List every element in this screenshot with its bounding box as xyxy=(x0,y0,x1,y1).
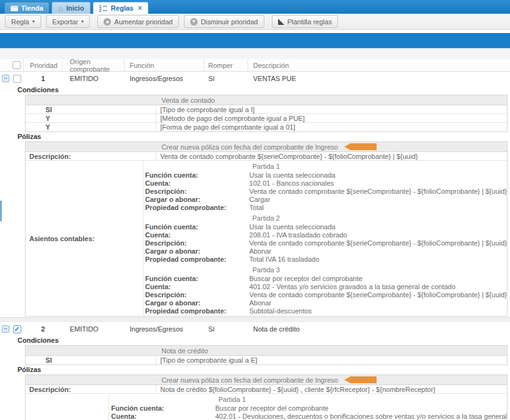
condition-expression: [Forma de pago del comprobante igual a 0… xyxy=(156,123,295,131)
rules-toolbar: Regla ▾ Exportar ▾ ▲ Aumentar prioridad … xyxy=(0,14,510,30)
partida-field-value: 102.01 - Bancos nacionales xyxy=(249,179,334,187)
poliza-description-label: Descripción: xyxy=(26,152,156,160)
partida-row: Función cuenta: Buscar por receptor del … xyxy=(143,274,507,282)
asientos-row: Asientos contables: Partida 1 Función cu… xyxy=(26,161,507,316)
partida-row: Función cuenta: Usar la cuenta seleccion… xyxy=(143,222,507,231)
disminuir-prioridad-label: Disminuir prioridad xyxy=(201,18,258,26)
template-triangle-icon xyxy=(278,19,284,25)
plantilla-reglas-button[interactable]: Plantilla reglas xyxy=(272,15,339,28)
partida-field-label: Descripción: xyxy=(143,239,249,247)
conditions-section-label: Condiciones xyxy=(17,86,510,94)
polizas-section-label: Pólizas xyxy=(17,366,510,374)
partidas-cell: Partida 1 Función cuenta: Usar la cuenta… xyxy=(143,161,507,316)
chevron-down-icon: ▾ xyxy=(81,19,84,24)
home-icon: ⌂ xyxy=(58,4,63,12)
poliza-description-value: Venta de contado comprobante ${serieComp… xyxy=(156,152,507,160)
partida-row: Descripción: Venta de contado comprobant… xyxy=(143,187,507,195)
collapse-icon[interactable]: − xyxy=(2,75,9,82)
rules-window: Tienda ⌂ Inicio Reglas × Regla ▾ Exporta… xyxy=(0,0,510,420)
orange-arrow-redaction xyxy=(344,376,377,383)
description-cell: Nota de crédito xyxy=(248,322,510,336)
tab-reglas-label: Reglas xyxy=(111,4,133,12)
column-header-prioridad[interactable]: Prioridad xyxy=(24,59,62,71)
asientos-row: Partida 1 Función cuenta: Buscar por rec… xyxy=(26,394,507,420)
row-checkbox[interactable] xyxy=(13,75,21,83)
collapsed-panel-edge[interactable] xyxy=(0,201,2,221)
partida-field-label: Descripción: xyxy=(143,188,249,195)
partida-row: Cargar o abonar: Abonar xyxy=(143,247,507,255)
exportar-menu-label: Exportar xyxy=(52,18,79,26)
partida-field-value: 208.01 - IVA trasladado cobrado xyxy=(249,231,347,239)
partidas-cell: Partida 1 Función cuenta: Buscar por rec… xyxy=(109,394,507,420)
column-header-romper[interactable]: Romper xyxy=(204,59,248,71)
condition-operator: Y xyxy=(26,123,156,131)
partida-field-label: Cuenta: xyxy=(143,179,249,187)
partida-field-label: Propiedad comprobante: xyxy=(143,255,249,263)
poliza-title-text: Crear nueva póliza con fecha del comprob… xyxy=(161,143,338,151)
numbered-list-icon xyxy=(99,4,108,12)
condition-operator: SI xyxy=(26,356,156,365)
description-cell: VENTAS PUE xyxy=(248,72,510,85)
partida-field-label: Propiedad comprobante: xyxy=(143,204,249,211)
tab-tienda[interactable]: Tienda xyxy=(4,2,49,14)
partida-row: Cuenta: 102.01 - Bancos nacionales xyxy=(143,179,507,187)
regla-menu-button[interactable]: Regla ▾ xyxy=(5,15,41,28)
partida-field-label: Función cuenta: xyxy=(143,275,249,282)
store-icon xyxy=(11,6,18,11)
conditions-title-text: Venta de contado xyxy=(161,97,215,104)
condition-row: Y [Forma de pago del comprobante igual a… xyxy=(26,123,507,131)
partida-field-label: Descripción: xyxy=(143,291,249,298)
conditions-table: Venta de contado SI [Tipo de comprobante… xyxy=(25,95,508,132)
poliza-description-row: Descripción: Venta de contado comprobant… xyxy=(26,152,507,161)
close-icon[interactable]: × xyxy=(138,4,142,12)
partida-row: Descripción: Venta de contado comprobant… xyxy=(143,239,507,247)
column-header-descripcion[interactable]: Descripción xyxy=(248,59,510,71)
select-all-column-header xyxy=(10,59,24,71)
partida-field-value: Buscar por receptor del comprobante xyxy=(215,404,329,412)
arrow-up-circle-icon: ▲ xyxy=(103,18,111,26)
partida-field-value: Venta de contado comprobante ${serieComp… xyxy=(249,239,507,247)
condition-expression: [Tipo de comprobante igual a I] xyxy=(156,106,254,113)
priority-cell: 2 xyxy=(24,322,62,336)
poliza-table: Crear nueva póliza con fecha del comprob… xyxy=(25,141,508,317)
expand-column-header xyxy=(0,59,10,71)
expand-cell: − xyxy=(0,322,10,336)
condition-operator: SI xyxy=(26,105,156,113)
partida-row: Propiedad comprobante: Total IVA 16 tras… xyxy=(143,255,507,263)
partida-field-label: Función cuenta: xyxy=(143,223,249,231)
origin-cell: EMITIDO xyxy=(62,72,125,85)
select-all-checkbox[interactable] xyxy=(12,61,21,69)
rule-row-2[interactable]: − ✓ 2 EMITIDO Ingresos/Egresos Sí Nota d… xyxy=(0,322,510,336)
partida-field-label: Función cuenta: xyxy=(109,404,215,412)
partida-field-label: Cargar o abonar: xyxy=(143,247,249,255)
orange-arrow-redaction xyxy=(344,143,377,150)
partida-field-label: Cargar o abonar: xyxy=(143,299,249,307)
poliza-description-value: Nota de crédito ${folioComprobante} - ${… xyxy=(156,385,507,393)
column-header-funcion[interactable]: Función xyxy=(125,59,204,71)
aumentar-prioridad-button[interactable]: ▲ Aumentar prioridad xyxy=(97,15,179,28)
rule-row-1[interactable]: − 1 EMITIDO Ingresos/Egresos Sí VENTAS P… xyxy=(0,72,510,85)
disminuir-prioridad-button[interactable]: ▼ Disminuir prioridad xyxy=(184,15,264,28)
collapse-icon[interactable]: − xyxy=(2,325,9,333)
function-cell: Ingresos/Egresos xyxy=(125,72,204,85)
partida-field-value: Abonar xyxy=(249,247,271,255)
expand-cell: − xyxy=(0,72,10,85)
partida-field-label: Cuenta: xyxy=(143,283,249,290)
condition-expression: [Método de pago del comprobante igual a … xyxy=(156,115,305,122)
exportar-menu-button[interactable]: Exportar ▾ xyxy=(46,15,90,28)
tab-inicio[interactable]: ⌂ Inicio xyxy=(52,2,90,14)
row-checkbox-checked[interactable]: ✓ xyxy=(13,325,21,333)
tab-bar: Tienda ⌂ Inicio Reglas × xyxy=(0,0,510,14)
blue-header-band xyxy=(0,33,510,49)
tab-reglas[interactable]: Reglas × xyxy=(93,2,148,14)
conditions-title-text: Nota de crédito xyxy=(161,347,208,355)
condition-operator: Y xyxy=(26,114,156,122)
column-header-origen-comprobante[interactable]: Origen comprobante xyxy=(62,59,125,71)
partida-field-value: Usar la cuenta seleccionada xyxy=(249,223,335,231)
partida-row: Cargar o abonar: Cargar xyxy=(143,195,507,203)
partida-field-value: 402.01 - Devoluciones, descuentos o boni… xyxy=(215,413,507,420)
partida-name: Partida 1 xyxy=(143,162,507,171)
condition-row: SI [Tipo de comprobante igual a I] xyxy=(26,105,507,114)
poliza-description-label: Descripción: xyxy=(26,385,156,393)
checkbox-cell xyxy=(10,72,24,85)
